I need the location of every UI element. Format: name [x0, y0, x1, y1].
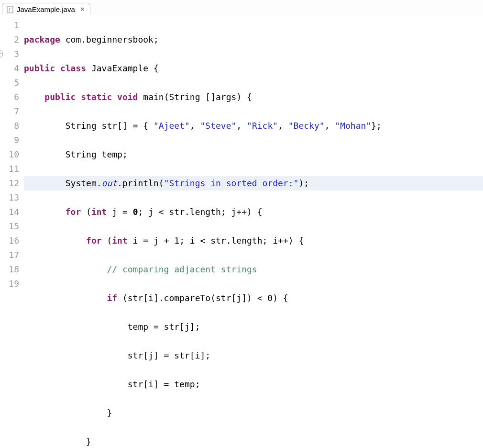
fold-toggle-icon[interactable]: − [0, 50, 3, 58]
close-icon[interactable]: ✕ [78, 6, 85, 13]
line-number: 13 [0, 190, 19, 205]
line-number: 14 [0, 205, 19, 219]
line-number: 18 [0, 262, 19, 277]
line-number: 2 [0, 33, 19, 47]
line-number: 19 [0, 277, 19, 291]
line-number: 4 [0, 61, 19, 76]
line-number: 8 [0, 119, 19, 133]
code-editor[interactable]: 1 2 3− 4 5 6 7 8 9 10 11 12 13 14 15 16 … [0, 15, 483, 448]
editor-tabbar: J JavaExample.java ✕ [0, 0, 483, 15]
line-number: 5 [0, 76, 19, 90]
line-number: 16 [0, 234, 19, 248]
line-number: 11 [0, 162, 19, 176]
line-number: 12 [0, 176, 19, 190]
line-number: 7 [0, 104, 19, 119]
line-number: 15 [0, 219, 19, 234]
editor-tab-label: JavaExample.java [17, 5, 75, 13]
editor-tab-javaexample[interactable]: J JavaExample.java ✕ [2, 3, 90, 15]
line-number: 1 [0, 18, 19, 33]
line-number: 17 [0, 248, 19, 262]
java-file-icon: J [6, 6, 14, 13]
line-number: 3− [0, 47, 19, 61]
line-number: 6 [0, 90, 19, 104]
svg-text:J: J [9, 7, 11, 12]
code-content[interactable]: package com.beginnersbook; public class … [24, 18, 483, 448]
line-number: 10 [0, 147, 19, 162]
line-number: 9 [0, 133, 19, 147]
line-number-gutter: 1 2 3− 4 5 6 7 8 9 10 11 12 13 14 15 16 … [0, 18, 24, 448]
